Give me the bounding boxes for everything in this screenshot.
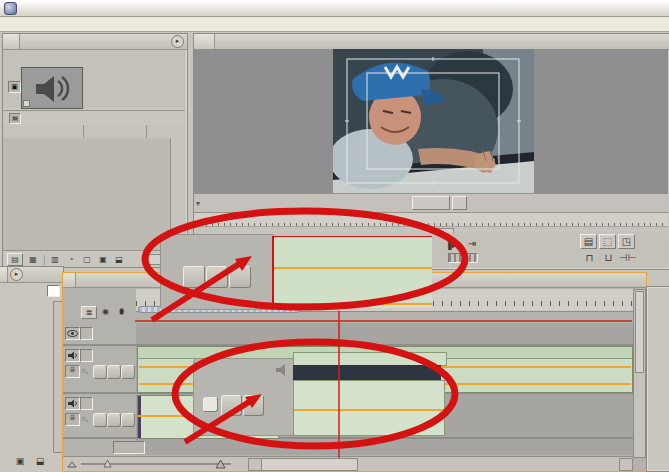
speaker-icon [22,68,82,108]
zoom-slider-thumb[interactable] [103,459,112,468]
title-bar[interactable] [0,0,669,17]
next-keyframe-button[interactable] [121,365,135,379]
project-panel: ▸ ▣ ▤ [2,33,188,268]
show-keyframes-button[interactable]: ≣ [65,365,80,378]
add-keyframe-button[interactable] [107,365,121,379]
bin-row[interactable]: ▤ [3,110,185,126]
play-in-out-icon[interactable]: ▐▶ [444,236,460,250]
timeline-tab[interactable] [63,273,76,287]
next-keyframe-button[interactable] [121,413,135,427]
next-keyframe-button-zoomed [229,266,251,288]
menu-bar [0,17,669,32]
scroll-left-icon[interactable] [129,254,141,265]
program-video-area [194,49,668,193]
delete-icon[interactable]: ⬓ [113,254,126,265]
waveform [294,353,444,363]
project-tab[interactable] [3,34,20,49]
timeline-bottom-bar [63,456,633,471]
effects-tabbar: ▸ [0,267,63,283]
tools-palette [646,286,669,472]
volume-rubber-band [274,303,432,305]
safe-margins-icon[interactable]: ▤ [580,234,597,249]
speaker-icon [66,398,79,409]
program-tabbar [194,34,669,50]
delete-icon[interactable]: ⬓ [33,455,47,467]
waveform [287,277,429,303]
bin-icon: ▤ [9,113,21,124]
waveform [287,243,429,269]
new-bin-icon[interactable]: ▢ [81,254,94,265]
toggle-track-output-eye[interactable] [65,327,80,340]
export-frame-icon[interactable]: ◳ [618,234,635,249]
callout-audio1 [160,234,432,308]
trim-icon[interactable]: ⊣⊢ [620,251,635,264]
program-ruler[interactable] [194,212,668,227]
prev-keyframe-button[interactable] [93,365,107,379]
new-item-icon[interactable]: ▣ [97,254,110,265]
zoom-in-icon[interactable] [215,459,226,469]
track-lock-toggle[interactable] [80,327,93,340]
waveform [295,382,441,432]
poster-frame-button[interactable]: ▣ [8,81,21,93]
program-info-row: ▾ [194,193,668,213]
track-lock-toggle[interactable] [80,397,93,410]
track-lock-toggle[interactable] [80,349,93,362]
vscroll-thumb[interactable] [635,291,644,373]
show-keyframes-button[interactable]: ≣ [65,413,80,426]
lift-icon[interactable]: ⊓ [582,251,597,264]
effects-panel: ▸ ▣ ⬓ [0,266,64,472]
volume-rubber-band [274,267,432,269]
contains-input[interactable] [47,285,60,297]
project-tabbar: ▸ [3,34,187,50]
app-icon [4,2,17,15]
scroll-right-icon[interactable] [619,458,633,471]
panel-menu-button[interactable]: ▸ [10,268,23,281]
master-row [63,439,633,456]
icon-view-icon[interactable]: ▦ [26,254,40,265]
volume-rubber-band [294,409,444,411]
keyframe-marker-icon[interactable]: ○, [81,366,88,375]
prev-keyframe-button[interactable] [93,413,107,427]
set-encore-marker-icon[interactable]: ◉ [99,306,112,317]
poster-frame-marker [23,100,30,107]
panel-menu-button[interactable]: ▸ [171,35,184,48]
keyframe-marker-icon[interactable]: ○, [81,414,88,423]
output-icon[interactable]: ⬚ [599,234,616,249]
list-view-icon[interactable]: ▤ [7,253,23,266]
timecode-menu-icon[interactable]: ▾ [196,199,200,208]
toggle-track-output[interactable] [65,397,80,410]
find-icon[interactable]: ◔ [65,254,78,265]
project-item-list [3,138,170,258]
new-custom-bin-icon[interactable]: ▣ [13,455,27,467]
column-media[interactable] [146,125,150,138]
scroll-left-icon[interactable] [248,458,262,471]
fit-dropdown-icon[interactable] [452,196,467,210]
extract-icon[interactable]: ⊔ [601,251,616,264]
add-keyframe-button-zoomed [243,395,264,416]
marker-icon[interactable]: ⬮ [115,306,128,317]
effects-tab[interactable] [0,267,8,282]
timeline-vscrollbar[interactable] [633,289,646,458]
prev-keyframe-button-zoomed [221,395,242,416]
keyframe-circle-button-zoomed [203,397,218,412]
master-toggle-box[interactable] [113,441,145,454]
loop-icon[interactable]: ⇥ [464,236,480,250]
timeline-hscroll-thumb[interactable] [261,458,358,471]
fit-select[interactable] [412,196,450,210]
add-keyframe-button-zoomed [206,266,228,288]
zoom-out-icon[interactable] [67,460,77,468]
add-keyframe-button[interactable] [107,413,121,427]
prev-keyframe-button-zoomed [183,266,205,288]
toggle-track-output[interactable] [65,349,80,362]
project-preview: ▣ [3,50,185,108]
list-header [3,125,185,139]
clip-edge [138,396,141,438]
program-tab[interactable] [194,34,215,49]
column-label[interactable] [83,125,87,138]
jog-disk[interactable] [448,253,478,263]
snap-icon[interactable]: ≣ [81,306,97,319]
speaker-icon [274,363,290,377]
automate-icon[interactable]: ▥ [49,254,62,265]
program-frame-photo [333,49,534,193]
speaker-icon [66,350,79,361]
